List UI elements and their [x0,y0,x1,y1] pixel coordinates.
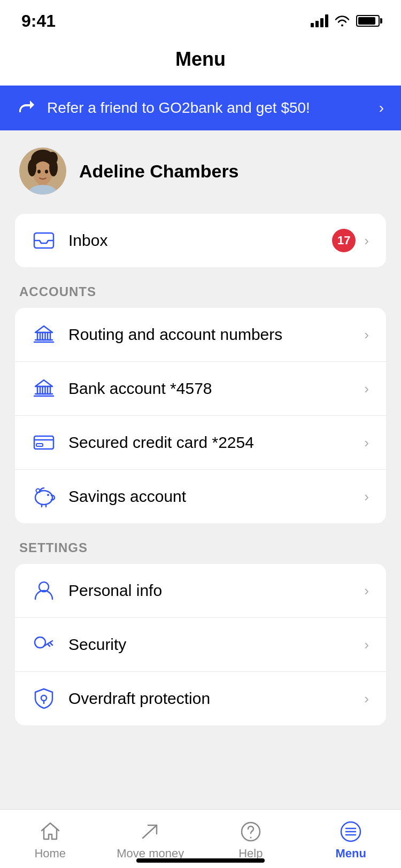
personal-info-row[interactable]: Personal info › [15,564,386,618]
svg-point-9 [45,170,48,174]
menu-icon [339,820,363,843]
move-money-icon [138,820,162,843]
piggy-bank-icon [32,485,56,508]
svg-rect-11 [37,332,40,340]
svg-rect-14 [37,386,40,394]
avatar [19,148,66,195]
share-icon [17,98,36,118]
page-title-bar: Menu [0,37,401,86]
status-icons [311,14,380,27]
svg-point-5 [47,152,58,165]
referral-text: Refer a friend to GO2bank and get $50! [47,99,310,117]
help-icon [239,820,263,843]
credit-card-row[interactable]: Secured credit card *2254 › [15,416,386,470]
status-time: 9:41 [21,11,56,31]
security-chevron-icon: › [364,637,369,653]
svg-rect-18 [36,444,43,446]
overdraft-chevron-icon: › [364,691,369,707]
main-content: Adeline Chambers Inbox 17 › ACCOUNTS [0,130,401,824]
bank-icon-1 [32,323,56,346]
user-profile: Adeline Chambers [15,148,386,195]
home-icon [38,820,62,843]
inbox-card: Inbox 17 › [15,214,386,267]
personal-info-chevron-icon: › [364,583,369,599]
referral-banner[interactable]: Refer a friend to GO2bank and get $50! › [0,86,401,130]
page-title: Menu [0,48,401,71]
bank-account-label: Bank account *4578 [68,379,212,398]
nav-help[interactable]: Help [200,820,301,861]
inbox-row[interactable]: Inbox 17 › [15,214,386,267]
savings-chevron-icon: › [364,489,369,505]
wifi-icon [335,15,350,27]
overdraft-row[interactable]: Overdraft protection › [15,672,386,725]
svg-point-26 [250,836,251,838]
routing-numbers-label: Routing and account numbers [68,326,282,344]
credit-card-icon [32,431,56,454]
routing-numbers-row[interactable]: Routing and account numbers › [15,308,386,362]
nav-home[interactable]: Home [0,820,101,861]
settings-card: Personal info › Security › [15,564,386,725]
home-indicator [136,858,265,863]
status-bar: 9:41 [0,0,401,37]
bank-account-chevron-icon: › [364,381,369,397]
security-label: Security [68,636,126,654]
bank-icon-2 [32,377,56,400]
battery-icon [356,15,380,27]
person-icon [32,579,56,602]
nav-menu[interactable]: Menu [301,820,402,861]
security-row[interactable]: Security › [15,618,386,672]
svg-point-8 [37,170,41,174]
savings-account-label: Savings account [68,487,186,506]
accounts-section-label: ACCOUNTS [15,284,386,299]
shield-icon [32,687,56,710]
svg-rect-16 [48,386,50,394]
overdraft-label: Overdraft protection [68,689,210,708]
credit-card-label: Secured credit card *2254 [68,433,254,452]
nav-move-money[interactable]: Move money [101,820,201,861]
credit-card-chevron-icon: › [364,435,369,451]
svg-rect-15 [43,386,45,394]
inbox-chevron-icon: › [364,232,369,249]
nav-menu-label: Menu [336,847,366,861]
inbox-badge: 17 [332,229,356,252]
nav-home-label: Home [34,847,66,861]
personal-info-label: Personal info [68,582,162,600]
savings-account-row[interactable]: Savings account › [15,470,386,523]
svg-point-24 [41,695,47,701]
svg-point-20 [47,494,49,496]
inbox-label: Inbox [68,231,107,250]
referral-chevron-icon: › [379,99,384,117]
user-name: Adeline Chambers [79,161,239,182]
svg-rect-17 [34,436,53,449]
svg-point-3 [28,159,36,176]
routing-chevron-icon: › [364,327,369,343]
svg-rect-13 [48,332,50,340]
bank-account-row[interactable]: Bank account *4578 › [15,362,386,416]
svg-rect-12 [43,332,45,340]
key-icon [32,633,56,656]
accounts-card: Routing and account numbers › Bank accou… [15,308,386,523]
signal-icon [311,14,328,27]
settings-section-label: SETTINGS [15,540,386,555]
inbox-icon [32,229,56,252]
